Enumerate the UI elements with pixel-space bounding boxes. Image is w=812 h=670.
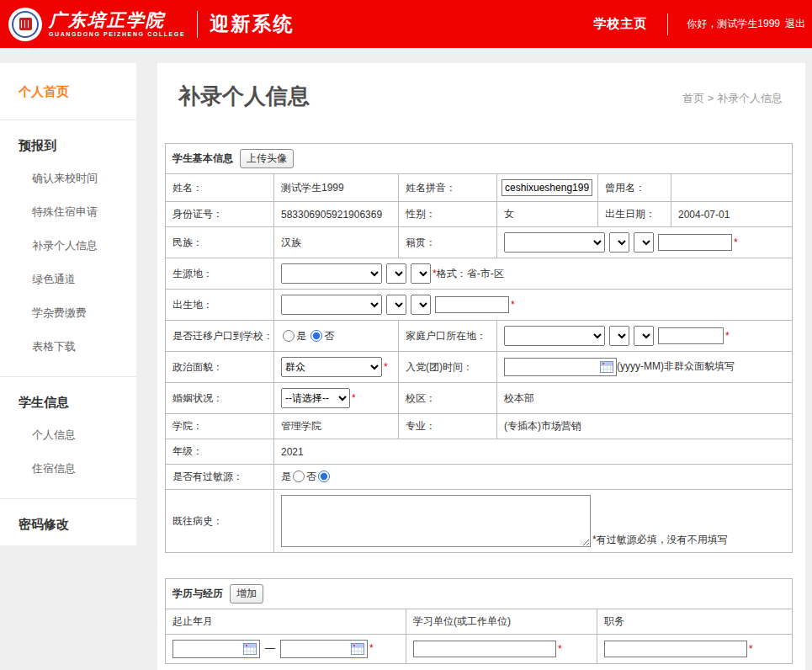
school-home-link[interactable]: 学校主页 bbox=[593, 16, 647, 32]
unit-required-mark: * bbox=[558, 643, 562, 655]
experience-table: 学历与经历增加 起止年月 学习单位(或工作单位) 职务 —* * * bbox=[165, 578, 793, 664]
period-start-date-input[interactable] bbox=[172, 640, 260, 658]
id-number-label: 身份证号： bbox=[166, 202, 274, 227]
sidebar-section-student-info: 学生信息 个人信息 住宿信息 bbox=[0, 376, 136, 498]
marital-status-select[interactable]: --请选择-- bbox=[281, 388, 350, 408]
family-hukou-city-select[interactable] bbox=[609, 326, 629, 346]
ethnicity-label: 民族： bbox=[166, 227, 274, 258]
allergy-yes-radio[interactable] bbox=[293, 471, 305, 482]
birth-place-city-select[interactable] bbox=[386, 295, 406, 315]
family-hukou-input[interactable] bbox=[658, 327, 724, 344]
political-status-select[interactable]: 群众 bbox=[281, 357, 382, 377]
row-name: 姓名： 测试学生1999 姓名拼音： 曾用名： bbox=[166, 174, 793, 202]
period-end-text-input[interactable] bbox=[284, 641, 351, 657]
political-required-mark: * bbox=[384, 361, 388, 373]
family-hukou-province-select[interactable] bbox=[504, 326, 605, 346]
add-experience-button[interactable]: 增加 bbox=[230, 584, 263, 604]
position-input[interactable] bbox=[604, 641, 747, 657]
calendar-icon[interactable] bbox=[600, 361, 613, 373]
breadcrumb-separator: > bbox=[704, 92, 717, 104]
sidebar-item-personal-info[interactable]: 个人信息 bbox=[19, 418, 136, 452]
native-place-province-select[interactable] bbox=[504, 232, 605, 253]
row-college-major: 学院： 管理学院 专业： (专插本)市场营销 bbox=[166, 414, 793, 439]
unit-cell: * bbox=[406, 635, 597, 664]
sidebar-section-change-password: 密码修改 bbox=[0, 498, 136, 545]
period-dash: — bbox=[265, 642, 275, 654]
allergy-no-radio[interactable] bbox=[318, 471, 330, 482]
position-cell: * bbox=[597, 635, 793, 664]
experience-header-row: 学历与经历增加 bbox=[166, 579, 793, 609]
row-origin-place: 生源地： *格式：省-市-区 bbox=[166, 258, 793, 290]
birth-place-input[interactable] bbox=[435, 296, 509, 313]
college-value: 管理学院 bbox=[274, 414, 399, 439]
medical-history-textarea[interactable] bbox=[281, 495, 591, 547]
college-label: 学院： bbox=[166, 414, 274, 439]
gender-label: 性别： bbox=[399, 202, 497, 227]
birth-place-required-mark: * bbox=[511, 299, 515, 311]
origin-place-cell: *格式：省-市-区 bbox=[274, 258, 793, 290]
origin-format-hint: 格式：省-市-区 bbox=[437, 268, 504, 279]
calendar-icon[interactable] bbox=[351, 643, 364, 655]
id-number-value: 583306905921906369 bbox=[274, 202, 399, 227]
sidebar-item-confirm-arrival-time[interactable]: 确认来校时间 bbox=[19, 162, 136, 195]
birth-place-cell: * bbox=[274, 290, 793, 321]
sidebar-section-title-pre-checkin: 预报到 bbox=[19, 137, 136, 154]
native-place-city-select[interactable] bbox=[609, 232, 629, 253]
party-time-label: 入党(团)时间： bbox=[399, 352, 497, 383]
hukou-move-label: 是否迁移户口到学校： bbox=[166, 321, 274, 352]
row-marital: 婚姻状况： --请选择--* 校区： 校本部 bbox=[166, 383, 793, 414]
row-political: 政治面貌： 群众* 入党(团)时间： (yyyy-MM)非群众面貌填写 bbox=[166, 352, 793, 383]
hukou-move-no-radio[interactable] bbox=[310, 330, 322, 342]
family-hukou-required-mark: * bbox=[725, 330, 730, 342]
major-label: 专业： bbox=[399, 414, 497, 439]
birth-place-province-select[interactable] bbox=[281, 295, 382, 315]
sidebar-item-special-accommodation[interactable]: 特殊住宿申请 bbox=[19, 195, 136, 229]
basic-info-header-row: 学生基本信息上传头像 bbox=[166, 144, 793, 174]
calendar-icon[interactable] bbox=[243, 643, 257, 655]
period-start-text-input[interactable] bbox=[176, 641, 243, 657]
origin-district-select[interactable] bbox=[411, 263, 431, 284]
pinyin-input[interactable] bbox=[502, 179, 592, 196]
basic-info-title: 学生基本信息 bbox=[172, 152, 233, 164]
sidebar-item-dorm-info[interactable]: 住宿信息 bbox=[19, 452, 136, 486]
sidebar: 个人首页 预报到 确认来校时间 特殊住宿申请 补录个人信息 绿色通道 学杂费缴费… bbox=[0, 63, 136, 545]
native-place-required-mark: * bbox=[734, 237, 738, 248]
origin-province-select[interactable] bbox=[281, 263, 382, 284]
family-hukou-district-select[interactable] bbox=[634, 326, 654, 346]
sidebar-item-home[interactable]: 个人首页 bbox=[0, 63, 136, 120]
party-time-hint: (yyyy-MM)非群众面貌填写 bbox=[617, 360, 735, 372]
sidebar-section-pre-checkin: 预报到 确认来校时间 特殊住宿申请 补录个人信息 绿色通道 学杂费缴费 表格下载 bbox=[0, 120, 136, 376]
birth-place-district-select[interactable] bbox=[411, 295, 431, 315]
medical-history-cell: *有过敏源必填，没有不用填写 bbox=[274, 490, 793, 553]
row-hukou-move: 是否迁移户口到学校： 是 否 家庭户口所在地： * bbox=[166, 321, 793, 352]
origin-city-select[interactable] bbox=[386, 263, 406, 284]
allergy-label: 是否有过敏源： bbox=[166, 465, 274, 490]
experience-title: 学历与经历 bbox=[172, 588, 223, 599]
sidebar-item-change-password[interactable]: 密码修改 bbox=[19, 516, 136, 533]
native-place-district-select[interactable] bbox=[634, 232, 654, 253]
party-time-date-input[interactable] bbox=[504, 358, 617, 376]
campus-value: 校本部 bbox=[497, 383, 793, 414]
experience-input-row: —* * * bbox=[166, 635, 793, 664]
sidebar-item-form-download[interactable]: 表格下载 bbox=[19, 330, 136, 364]
sidebar-item-supplement-personal-info[interactable]: 补录个人信息 bbox=[19, 229, 136, 263]
pinyin-label: 姓名拼音： bbox=[399, 174, 497, 202]
sidebar-item-green-channel[interactable]: 绿色通道 bbox=[19, 263, 136, 296]
breadcrumb-home-link[interactable]: 首页 bbox=[682, 92, 704, 104]
political-status-cell: 群众* bbox=[274, 352, 399, 383]
native-place-input[interactable] bbox=[658, 234, 732, 251]
experience-column-header-row: 起止年月 学习单位(或工作单位) 职务 bbox=[166, 609, 793, 635]
grade-label: 年级： bbox=[166, 439, 274, 465]
allergy-yes-label: 是 bbox=[281, 471, 291, 482]
party-time-text-input[interactable] bbox=[507, 359, 600, 375]
period-end-date-input[interactable] bbox=[280, 640, 368, 658]
college-logo bbox=[8, 8, 42, 41]
hukou-move-yes-radio[interactable] bbox=[283, 330, 295, 342]
unit-input[interactable] bbox=[413, 641, 556, 657]
upload-avatar-button[interactable]: 上传头像 bbox=[240, 149, 294, 168]
gender-value: 女 bbox=[497, 202, 598, 227]
row-allergy: 是否有过敏源： 是否 bbox=[166, 465, 793, 490]
college-logo-ring bbox=[12, 11, 39, 38]
logout-link[interactable]: 退出 bbox=[785, 17, 805, 31]
sidebar-item-tuition-payment[interactable]: 学杂费缴费 bbox=[19, 296, 136, 330]
